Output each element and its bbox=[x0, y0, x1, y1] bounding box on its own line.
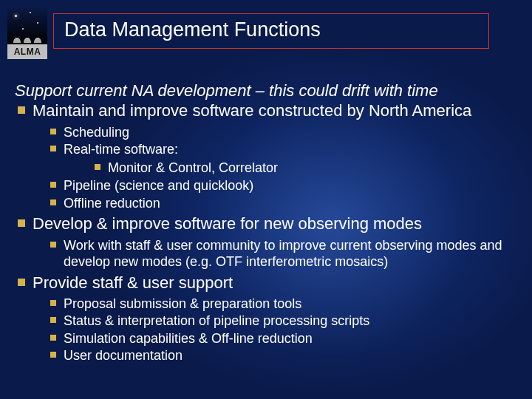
bullet-develop: Develop & improve software for new obser… bbox=[15, 214, 517, 270]
alma-logo-sky bbox=[7, 7, 47, 44]
bullet-text: Proposal submission & preparation tools bbox=[64, 296, 301, 311]
alma-logo-label: ALMA bbox=[7, 44, 47, 59]
list-item: Proposal submission & preparation tools bbox=[33, 296, 517, 313]
list-item: Work with staff & user community to impr… bbox=[33, 237, 517, 270]
list-item: Real-time software: Monitor & Control, C… bbox=[33, 141, 517, 176]
bullet-text: Offline reduction bbox=[64, 196, 160, 211]
slide: ALMA Data Management Functions Support c… bbox=[0, 0, 532, 399]
bullet-text: Scheduling bbox=[64, 125, 129, 140]
slide-content: Support current NA development – this co… bbox=[15, 81, 517, 392]
slide-subtitle: Support current NA development – this co… bbox=[15, 81, 517, 100]
bullet-text: Status & interpretation of pipeline proc… bbox=[64, 313, 369, 328]
list-item: Simulation capabilities & Off-line reduc… bbox=[33, 330, 517, 347]
list-item: Offline reduction bbox=[33, 195, 517, 212]
bullet-text: Simulation capabilities & Off-line reduc… bbox=[64, 331, 313, 346]
bullet-text: Monitor & Control, Correlator bbox=[108, 160, 278, 175]
bullet-text: Work with staff & user community to impr… bbox=[64, 238, 502, 270]
bullet-text: User documentation bbox=[64, 348, 183, 363]
list-item: Monitor & Control, Correlator bbox=[64, 160, 517, 177]
list-item: Scheduling bbox=[33, 124, 517, 141]
bullet-text: Pipeline (science and quicklook) bbox=[64, 178, 253, 193]
bullet-text: Real-time software: bbox=[64, 142, 178, 157]
bullet-support: Provide staff & user support Proposal su… bbox=[15, 273, 517, 364]
bullet-maintain: Maintain and improve software constructe… bbox=[15, 101, 517, 211]
bullet-text: Provide staff & user support bbox=[33, 273, 233, 292]
slide-title: Data Management Functions bbox=[64, 18, 321, 41]
bullet-text: Develop & improve software for new obser… bbox=[33, 214, 422, 233]
list-item: Pipeline (science and quicklook) bbox=[33, 177, 517, 194]
list-item: Status & interpretation of pipeline proc… bbox=[33, 313, 517, 330]
alma-logo: ALMA bbox=[6, 7, 49, 66]
list-item: User documentation bbox=[33, 347, 517, 364]
bullet-text: Maintain and improve software constructe… bbox=[33, 101, 471, 120]
title-box: Data Management Functions bbox=[53, 13, 489, 49]
